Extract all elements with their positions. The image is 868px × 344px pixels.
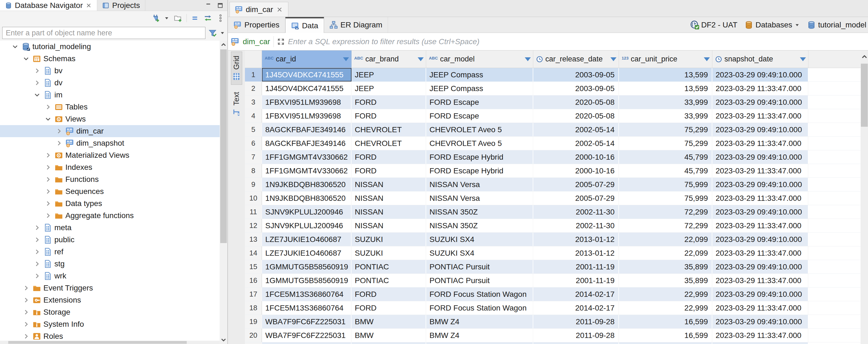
cell-car-id[interactable]: 1GMMUTG5B58560919 (262, 260, 351, 274)
row-number[interactable]: 12 (245, 219, 262, 232)
cell-car-id[interactable]: SJNV9KPLULJ200946 (262, 205, 351, 219)
chevron-right-icon[interactable] (33, 223, 41, 232)
chevron-right-icon[interactable] (44, 163, 52, 171)
presentation-tab-text[interactable]: Text (231, 88, 242, 121)
cell-car-model[interactable]: FORD Escape (426, 109, 533, 123)
cell-car-id[interactable]: 1J45OV4DKC4741555 (262, 68, 351, 81)
chevron-down-icon[interactable] (44, 115, 52, 123)
cell-car-id[interactable]: 8AGCKFBAFJE349146 (262, 123, 351, 136)
grid-corner-cell[interactable] (245, 50, 262, 68)
chevron-right-icon[interactable] (44, 175, 52, 183)
tree-item-stg[interactable]: stg (0, 258, 220, 270)
chevron-right-icon[interactable] (22, 296, 30, 304)
cell-snapshot-date[interactable]: 2023-03-29 11:33:47.000 (712, 329, 808, 342)
presentation-tab-grid[interactable]: Grid (231, 51, 242, 85)
row-number[interactable]: 17 (245, 287, 262, 301)
cell-car-unit-price[interactable]: 75,999 (619, 178, 712, 191)
filter-objects-button[interactable] (208, 29, 217, 37)
cell-car-release-date[interactable]: 2000-10-16 (533, 150, 619, 164)
cell-snapshot-date[interactable]: 2023-03-29 09:49:10.000 (712, 205, 808, 219)
new-connection-dropdown[interactable] (164, 15, 169, 21)
connection-databases[interactable]: Databases (744, 21, 800, 29)
column-filter-icon[interactable] (611, 57, 617, 61)
tree-item-indexes[interactable]: Indexes (0, 161, 220, 173)
row-number[interactable]: 11 (245, 205, 262, 219)
minimize-button[interactable] (206, 2, 212, 9)
cell-car-release-date[interactable]: 2005-07-29 (533, 192, 619, 205)
cell-car-release-date[interactable]: 2003-09-05 (533, 82, 619, 95)
cell-car-id[interactable]: 1FCE5M13S36860764 (262, 287, 351, 301)
column-filter-icon[interactable] (800, 57, 806, 61)
cell-car-model[interactable]: SUZUKI SX4 (426, 246, 533, 260)
cell-car-unit-price[interactable]: 75,999 (619, 192, 712, 205)
editor-tab-dim-car[interactable]: dim_car (229, 2, 288, 17)
chevron-down-icon[interactable] (11, 42, 19, 51)
scroll-up-icon[interactable] (220, 41, 227, 49)
cell-car-unit-price[interactable]: 45,799 (619, 150, 712, 164)
cell-car-brand[interactable]: FORD (351, 287, 426, 301)
tree-item-system-info[interactable]: System Info (0, 318, 220, 330)
cell-car-brand[interactable]: BMW (351, 315, 426, 329)
chevron-right-icon[interactable] (55, 139, 63, 147)
cell-car-id[interactable]: 1FF1GMGMT4V330662 (262, 150, 351, 164)
cell-car-brand[interactable]: NISSAN (351, 205, 426, 219)
cell-snapshot-date[interactable]: 2023-03-29 11:33:47.000 (712, 164, 808, 177)
row-number[interactable]: 2 (245, 82, 262, 95)
cell-car-release-date[interactable]: 2013-01-12 (533, 233, 619, 246)
tab-database-navigator[interactable]: Database Navigator (0, 0, 97, 11)
tree-item-dv[interactable]: dv (0, 77, 220, 89)
cell-car-release-date[interactable]: 2013-01-12 (533, 246, 619, 260)
tree-item-wrk[interactable]: wrk (0, 270, 220, 282)
cell-car-release-date[interactable]: 2020-05-08 (533, 109, 619, 123)
cell-car-release-date[interactable]: 2002-05-14 (533, 123, 619, 136)
cell-car-brand[interactable]: SUZUKI (351, 246, 426, 260)
tree-item-tutorial-modeling[interactable]: tutorial_modeling (0, 41, 220, 53)
cell-snapshot-date[interactable]: 2023-03-29 11:33:47.000 (712, 192, 808, 205)
maximize-button[interactable] (217, 2, 223, 9)
cell-car-unit-price[interactable]: 16,599 (619, 315, 712, 329)
row-number[interactable]: 1 (245, 68, 262, 81)
cell-car-id[interactable]: 1FF1GMGMT4V330662 (262, 164, 351, 177)
cell-snapshot-date[interactable]: 2023-03-29 11:33:47.000 (712, 137, 808, 150)
chevron-down-icon[interactable] (795, 22, 800, 28)
chevron-right-icon[interactable] (44, 199, 52, 208)
column-filter-icon[interactable] (343, 57, 349, 61)
chevron-right-icon[interactable] (33, 236, 41, 244)
new-connection-folder-button[interactable] (174, 14, 182, 22)
chevron-right-icon[interactable] (44, 211, 52, 220)
close-icon[interactable] (85, 2, 92, 9)
tab-er-diagram[interactable]: ER Diagram (324, 17, 388, 33)
chevron-right-icon[interactable] (22, 320, 30, 329)
cell-car-model[interactable]: FORD Focus Station Wagon (426, 301, 533, 315)
expand-panel-icon[interactable] (277, 38, 285, 45)
cell-car-model[interactable]: NISSAN 350Z (426, 205, 533, 219)
tree-hscrollbar-thumb[interactable] (8, 341, 187, 344)
cell-car-unit-price[interactable]: 45,799 (619, 164, 712, 177)
column-filter-icon[interactable] (704, 57, 710, 61)
cell-snapshot-date[interactable]: 2023-03-29 11:33:47.000 (712, 109, 808, 123)
tab-properties[interactable]: Properties (228, 17, 285, 33)
cell-car-release-date[interactable]: 2002-05-14 (533, 137, 619, 150)
cell-car-unit-price[interactable]: 22,999 (619, 287, 712, 301)
row-number[interactable]: 9 (245, 178, 262, 191)
cell-car-unit-price[interactable]: 22,099 (619, 233, 712, 246)
connection-df2-uat[interactable]: DF2 - UAT (690, 21, 738, 29)
cell-car-release-date[interactable]: 2011-09-28 (533, 329, 619, 342)
column-filter-icon[interactable] (525, 57, 531, 61)
chevron-right-icon[interactable] (33, 79, 41, 87)
chevron-right-icon[interactable] (22, 284, 30, 292)
cell-car-brand[interactable]: SUZUKI (351, 233, 426, 246)
filter-dropdown[interactable] (220, 30, 225, 36)
cell-car-brand[interactable]: JEEP (351, 68, 426, 81)
cell-car-id[interactable]: WBA7F9FC6FZ225031 (262, 315, 351, 329)
cell-car-brand[interactable]: CHEVROLET (351, 123, 426, 136)
cell-car-unit-price[interactable]: 13,599 (619, 68, 712, 81)
row-number[interactable]: 3 (245, 96, 262, 109)
tree-item-schemas[interactable]: Schemas (0, 53, 220, 65)
scroll-down-icon[interactable] (220, 336, 227, 344)
cell-car-model[interactable]: NISSAN 350Z (426, 219, 533, 232)
cell-car-release-date[interactable]: 2014-02-17 (533, 301, 619, 315)
cell-car-brand[interactable]: FORD (351, 301, 426, 315)
cell-car-brand[interactable]: FORD (351, 150, 426, 164)
cell-car-model[interactable]: CHEVROLET Aveo 5 (426, 123, 533, 136)
